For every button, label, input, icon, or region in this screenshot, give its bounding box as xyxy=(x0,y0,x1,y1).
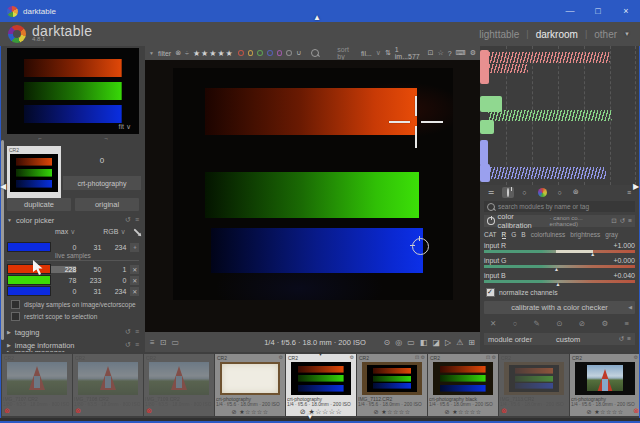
duplicate-name-field[interactable]: crt-photography xyxy=(63,176,141,190)
duplicate-thumbnail[interactable]: CR2 ⊘ ★☆☆☆☆ xyxy=(7,146,61,204)
multi-instance-icon[interactable]: ⊡ xyxy=(611,217,616,225)
view-tab-lighttable[interactable]: lighttable xyxy=(479,29,519,40)
minimize-button[interactable]: — xyxy=(556,0,584,22)
sort-criteria-select[interactable]: fil... xyxy=(361,50,372,57)
help-icon[interactable]: ? xyxy=(448,50,452,57)
filmstrip-thumbnail[interactable]: CR2 IMG_7107.CR2 1/80 · f/3.5 · 18.0mm ·… xyxy=(2,354,72,416)
delete-sample-button[interactable]: ✕ xyxy=(130,265,139,274)
funnel-icon[interactable]: ▼ xyxy=(149,50,154,56)
thumbnail-rating[interactable]: ⊘ ★☆☆☆☆ xyxy=(286,408,356,416)
live-sample-row[interactable]: 228 50 1 ✕ xyxy=(7,264,139,274)
duplicates-icon[interactable]: ⊡ xyxy=(160,338,167,347)
search-icon[interactable] xyxy=(311,49,319,57)
eyedropper-icon[interactable] xyxy=(133,228,140,235)
filmstrip-thumbnail[interactable]: CR2 ⊡ ⚙ IMG_7112.CR2 1/4 · f/5.6 · 18.0m… xyxy=(357,354,427,416)
main-image-canvas[interactable] xyxy=(145,60,480,332)
reset-icon[interactable]: ↺ xyxy=(125,216,131,224)
delete-sample-button[interactable]: ✕ xyxy=(130,287,139,296)
filmstrip-thumbnail-selected[interactable]: CR2 ⚙ crt-photography 1/4 · f/5.6 · 18.0… xyxy=(286,354,356,416)
technical-group-icon[interactable]: ⚌ xyxy=(488,188,494,196)
rejected-icon[interactable]: ⊗ xyxy=(501,407,507,415)
view-tab-other[interactable]: other xyxy=(594,29,617,40)
groups-menu-icon[interactable]: ≡ xyxy=(627,189,631,196)
module-order-header[interactable]: module order custom ↺≡ xyxy=(484,333,635,345)
presets-menu-icon[interactable]: ≡ xyxy=(627,335,631,343)
mask-parametric-icon[interactable]: ⊙ xyxy=(556,319,562,328)
live-sample-row[interactable]: 78 233 0 ✕ xyxy=(7,275,139,285)
mask-raster-icon[interactable]: ⚙ xyxy=(602,319,609,328)
color-label-green[interactable] xyxy=(257,50,263,56)
second-window-icon[interactable]: ▭ xyxy=(171,338,179,347)
base-group-icon[interactable]: ○ xyxy=(522,189,526,196)
tab-brightness[interactable]: brightness xyxy=(570,231,600,238)
sample-swatch[interactable] xyxy=(7,275,51,285)
delete-sample-button[interactable]: ✕ xyxy=(130,276,139,285)
input-r-slider[interactable]: input R +1.000 ▲ xyxy=(484,242,635,253)
color-calibration-header[interactable]: color calibration · canon co... enhanced… xyxy=(484,215,635,227)
checkbox-checked[interactable] xyxy=(486,288,495,297)
reset-icon[interactable]: ↺ xyxy=(619,335,624,343)
checkbox[interactable] xyxy=(11,312,20,321)
original-button[interactable]: original xyxy=(75,198,139,211)
picker-stat-select[interactable]: max ∨ xyxy=(55,228,75,236)
input-b-slider[interactable]: input B +0.040 ▲ xyxy=(484,272,635,283)
filmstrip-thumbnail[interactable]: CR2 IMG_7108.CR2 1/80 · f/3.5 · 18.0mm ·… xyxy=(73,354,143,416)
left-panel-collapse-arrow[interactable]: ◀ xyxy=(0,183,6,191)
duplicate-button[interactable]: duplicate xyxy=(7,198,71,211)
module-power-icon[interactable] xyxy=(487,217,495,225)
tab-colorfulness[interactable]: colorfulness xyxy=(531,231,566,238)
normalize-channels-option[interactable]: normalize channels xyxy=(486,288,635,297)
active-modules-group[interactable] xyxy=(502,187,514,198)
right-panel-collapse-arrow[interactable]: ▶ xyxy=(633,183,639,191)
filmstrip-thumbnail[interactable]: CR2 ⚙ crt-photography 1/4 · f/5.6 · 18.0… xyxy=(570,354,639,416)
mask-off-icon[interactable]: ✕ xyxy=(490,319,496,328)
filmstrip-thumbnail[interactable]: CR2 IMG_7109.CR2 1/80 · f/3.5 · 18.0mm ·… xyxy=(144,354,214,416)
filmstrip-thumbnail[interactable]: CR2 ⊡ ⚙ crt-photography black 1/4 · f/5.… xyxy=(428,354,498,416)
correct-group-icon[interactable]: ○ xyxy=(558,189,562,196)
preferences-icon[interactable]: ⚙ xyxy=(470,49,476,57)
range-rule-icon[interactable]: ÷ xyxy=(185,50,189,57)
union-filter-icon[interactable]: ∪ xyxy=(296,49,301,57)
overlays-icon[interactable]: ⊡ xyxy=(428,49,434,57)
bottom-panel-collapse-arrow[interactable]: ▼ xyxy=(306,413,314,421)
color-label-blue[interactable] xyxy=(267,50,273,56)
presets-menu-icon[interactable]: ≡ xyxy=(135,328,139,336)
input-g-slider[interactable]: input G +0.000 ▲ xyxy=(484,257,635,268)
slider-value[interactable]: +0.040 xyxy=(613,272,635,279)
calibrate-button[interactable]: calibrate with a color checker ◀ xyxy=(484,301,635,314)
slider-handle[interactable]: ▲ xyxy=(556,282,561,287)
tab-cat[interactable]: CAT xyxy=(484,231,497,238)
picked-color-swatch[interactable] xyxy=(7,242,51,252)
module-search-input[interactable]: search modules by name or tag xyxy=(484,201,635,212)
mask-menu-icon[interactable]: ≡ xyxy=(625,319,629,328)
maximize-button[interactable]: □ xyxy=(584,0,612,22)
softproof-icon[interactable]: ◪ xyxy=(432,338,440,347)
slider-value[interactable]: +1.000 xyxy=(613,242,635,249)
reset-icon[interactable]: ↺ xyxy=(125,328,131,336)
sort-order-icon[interactable]: ⇅ xyxy=(385,49,391,57)
shortcuts-icon[interactable]: ⌨ xyxy=(456,49,466,57)
warning-icon[interactable]: ⚠ xyxy=(456,338,463,347)
star-rating-filter[interactable]: ★★★★★ xyxy=(193,49,234,58)
zoom-level[interactable]: fit ∨ xyxy=(118,123,131,131)
tab-g[interactable]: G xyxy=(511,231,516,238)
module-order-value[interactable]: custom xyxy=(556,335,580,344)
tagging-section[interactable]: ▶ tagging ↺≡ xyxy=(7,326,139,338)
mask-drawn-icon[interactable]: ✎ xyxy=(534,319,540,328)
top-panel-collapse-arrow[interactable]: ▲ xyxy=(313,14,321,22)
color-label-red[interactable] xyxy=(238,50,244,56)
tab-r[interactable]: R xyxy=(502,231,507,239)
favorites-icon[interactable]: ☆ xyxy=(437,49,443,57)
presets-menu-icon[interactable]: ≡ xyxy=(628,217,632,225)
expand-icon[interactable]: ▼ xyxy=(7,217,12,223)
thumbnail-rating[interactable]: ⊘ ★☆☆☆☆ xyxy=(428,408,498,415)
color-picker-header[interactable]: ▼ color picker ↺ ≡ xyxy=(7,214,139,226)
slideshow-icon[interactable]: ▷ xyxy=(445,338,451,347)
presets-menu-icon[interactable]: ≡ xyxy=(135,216,139,224)
grid-overlay-icon[interactable]: ⊞ xyxy=(468,338,475,347)
sort-caret-icon[interactable]: ∨ xyxy=(376,49,381,57)
rawoverexposed-icon[interactable]: ◧ xyxy=(420,338,428,347)
thumbnail-rating[interactable]: ⊘ ★☆☆☆☆ xyxy=(570,408,639,415)
views-dropdown-icon[interactable]: ▼ xyxy=(624,30,630,38)
effects-group-icon[interactable]: ⊛ xyxy=(573,188,579,196)
